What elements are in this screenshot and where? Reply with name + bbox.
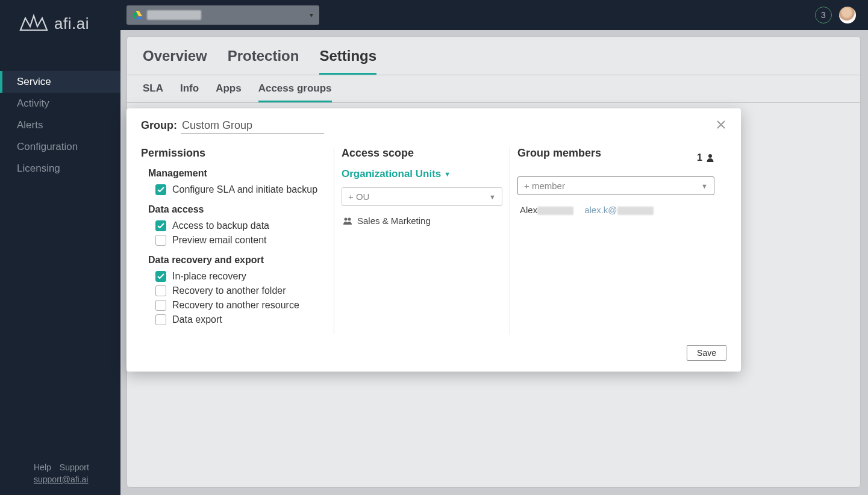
secondary-tabs: SLA Info Apps Access groups xyxy=(127,75,860,103)
tab-protection[interactable]: Protection xyxy=(228,48,299,75)
svg-point-3 xyxy=(345,217,348,220)
checkbox-icon xyxy=(155,314,166,325)
ou-placeholder: + OU xyxy=(348,191,369,202)
svg-point-4 xyxy=(348,217,351,220)
group-icon xyxy=(343,217,352,225)
group-label: Group: xyxy=(141,119,177,132)
members-count-number: 1 xyxy=(697,152,702,163)
subtab-sla[interactable]: SLA xyxy=(143,82,163,102)
checkbox-icon xyxy=(155,285,166,296)
members-count: 1 xyxy=(697,152,714,163)
perm-inplace-recovery[interactable]: In-place recovery xyxy=(148,269,322,284)
crown-icon xyxy=(19,13,48,34)
checkbox-icon xyxy=(155,300,166,311)
close-button[interactable] xyxy=(716,119,726,132)
tenant-name-redacted xyxy=(147,10,201,20)
topbar: ▾ 3 xyxy=(120,0,868,30)
member-name-redacted xyxy=(537,207,573,215)
brand-logo: afi.ai xyxy=(0,0,120,47)
member-placeholder: + member xyxy=(524,181,565,191)
sidebar-item-service[interactable]: Service xyxy=(0,71,120,93)
sidebar-item-activity[interactable]: Activity xyxy=(0,93,120,114)
sidebar-item-configuration[interactable]: Configuration xyxy=(0,136,120,158)
user-avatar[interactable] xyxy=(839,7,856,23)
member-select[interactable]: + member ▼ xyxy=(517,176,714,195)
subtab-apps[interactable]: Apps xyxy=(216,82,242,102)
brand-text: afi.ai xyxy=(54,14,89,33)
scope-type-dropdown[interactable]: Organizational Units ▼ xyxy=(342,168,451,180)
perm-label: Configure SLA and initiate backup xyxy=(172,184,317,195)
perm-data-export[interactable]: Data export xyxy=(148,313,322,327)
checkbox-icon xyxy=(155,235,166,246)
perm-label: Recovery to another resource xyxy=(172,300,299,311)
support-link[interactable]: Support xyxy=(60,462,89,472)
caret-down-icon: ▼ xyxy=(701,182,708,190)
tab-overview[interactable]: Overview xyxy=(143,48,207,75)
help-link[interactable]: Help xyxy=(34,462,51,472)
access-scope-column: Access scope Organizational Units ▼ + OU… xyxy=(334,147,510,334)
group-name-input[interactable] xyxy=(181,119,324,134)
perm-label: In-place recovery xyxy=(172,271,246,282)
perm-group-title: Management xyxy=(148,168,322,179)
perm-configure-sla[interactable]: Configure SLA and initiate backup xyxy=(148,182,322,197)
group-members-column: Group members 1 + member ▼ Alex xyxy=(510,147,726,334)
perm-recovery-folder[interactable]: Recovery to another folder xyxy=(148,284,322,298)
caret-down-icon: ▼ xyxy=(489,193,496,201)
access-scope-heading: Access scope xyxy=(342,147,502,160)
main-area: ▾ 3 Overview Protection Settings SLA Inf… xyxy=(120,0,868,495)
perm-label: Recovery to another folder xyxy=(172,285,286,296)
chevron-down-icon: ▾ xyxy=(310,11,313,19)
notification-badge[interactable]: 3 xyxy=(815,7,832,23)
svg-point-5 xyxy=(708,154,712,158)
perm-group-title: Data access xyxy=(148,204,322,215)
perm-label: Preview email content xyxy=(172,235,267,246)
member-email-redacted xyxy=(617,207,654,215)
perm-group-recovery: Data recovery and export In-place recove… xyxy=(148,255,322,327)
support-email-link[interactable]: support@afi.ai xyxy=(34,475,88,484)
perm-label: Access to backup data xyxy=(172,220,269,231)
tenant-selector[interactable]: ▾ xyxy=(126,5,319,25)
perm-recovery-resource[interactable]: Recovery to another resource xyxy=(148,298,322,313)
close-icon xyxy=(716,119,726,130)
person-icon xyxy=(706,154,714,162)
ou-item: Sales & Marketing xyxy=(342,213,502,228)
sidebar: afi.ai Service Activity Alerts Configura… xyxy=(0,0,120,495)
perm-group-title: Data recovery and export xyxy=(148,255,322,266)
members-heading: Group members xyxy=(517,147,601,160)
group-edit-modal: Group: Permissions Management xyxy=(126,108,741,372)
save-button[interactable]: Save xyxy=(687,345,726,361)
primary-tabs: Overview Protection Settings xyxy=(127,37,860,75)
member-item: Alex alex.k@ xyxy=(517,202,714,217)
perm-preview-email[interactable]: Preview email content xyxy=(148,233,322,248)
caret-down-icon: ▼ xyxy=(444,170,451,178)
subtab-info[interactable]: Info xyxy=(180,82,199,102)
permissions-column: Permissions Management Configure SLA and… xyxy=(141,147,334,334)
checkbox-icon xyxy=(155,271,166,282)
scope-type-label: Organizational Units xyxy=(342,168,441,180)
content: Overview Protection Settings SLA Info Ap… xyxy=(120,30,868,495)
sidebar-item-alerts[interactable]: Alerts xyxy=(0,114,120,136)
subtab-access-groups[interactable]: Access groups xyxy=(258,82,332,102)
sidebar-footer: Help Support support@afi.ai xyxy=(0,453,120,495)
google-drive-icon xyxy=(133,11,142,19)
member-name: Alex xyxy=(520,205,573,215)
member-email: alex.k@ xyxy=(584,205,653,215)
perm-label: Data export xyxy=(172,314,222,325)
checkbox-icon xyxy=(155,220,166,231)
sidebar-item-licensing[interactable]: Licensing xyxy=(0,158,120,179)
ou-name: Sales & Marketing xyxy=(357,216,431,226)
ou-select[interactable]: + OU ▼ xyxy=(342,187,502,206)
tab-settings[interactable]: Settings xyxy=(319,48,376,75)
permissions-heading: Permissions xyxy=(141,147,322,160)
main-nav: Service Activity Alerts Configuration Li… xyxy=(0,47,120,453)
perm-access-backup[interactable]: Access to backup data xyxy=(148,219,322,233)
perm-group-management: Management Configure SLA and initiate ba… xyxy=(148,168,322,197)
perm-group-data-access: Data access Access to backup data Previe… xyxy=(148,204,322,248)
checkbox-icon xyxy=(155,184,166,195)
